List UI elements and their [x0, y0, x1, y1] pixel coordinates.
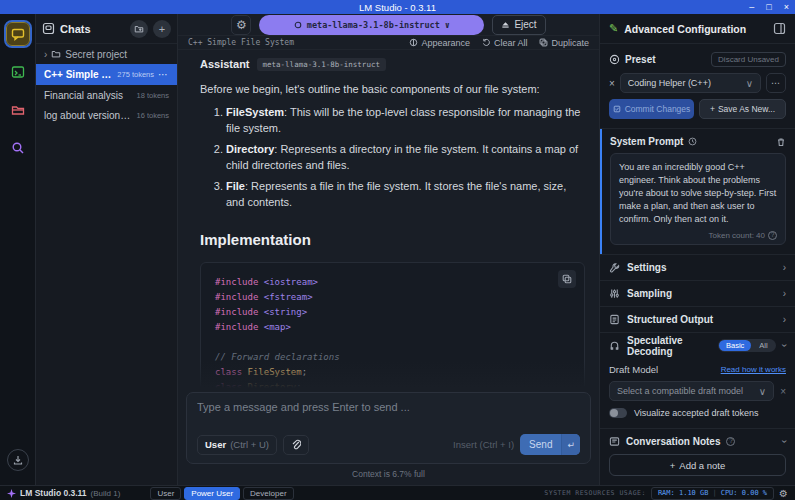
new-chat-button[interactable]: + — [153, 20, 171, 38]
sampling-section[interactable]: Sampling › — [600, 280, 795, 306]
chevron-right-icon: › — [44, 49, 47, 60]
speculative-decoding-section[interactable]: Speculative Decoding Basic All › — [600, 332, 795, 358]
new-folder-button[interactable] — [130, 20, 148, 38]
spec-mode-basic[interactable]: Basic — [719, 340, 751, 351]
preset-selected-value: Coding Helper (C++) — [628, 78, 742, 88]
copy-code-button[interactable] — [558, 270, 576, 288]
chats-panel: Chats + › Secret project C++ Simpl — [36, 14, 178, 485]
structured-output-label: Structured Output — [627, 314, 776, 325]
nav-discover-button[interactable] — [6, 136, 30, 160]
app-name: LM Studio 0.3.11 — [20, 488, 87, 498]
attach-file-button[interactable] — [283, 435, 309, 455]
draft-model-block: Draft Model Read how it works Select a c… — [600, 358, 795, 422]
settings-section[interactable]: Settings › — [600, 254, 795, 280]
preset-more-button[interactable]: ⋯ — [766, 73, 786, 93]
assistant-role-label: Assistant — [200, 58, 250, 70]
appearance-button[interactable]: Appearance — [409, 38, 470, 48]
chat-transcript[interactable]: Assistant meta-llama-3.1-8b-instruct Bef… — [178, 50, 599, 388]
duplicate-button[interactable]: Duplicate — [539, 38, 589, 48]
chat-more-icon[interactable]: ⋯ — [158, 69, 169, 80]
assistant-message-header: Assistant meta-llama-3.1-8b-instruct — [200, 58, 585, 71]
draft-model-placeholder: Select a compatible draft model — [617, 386, 755, 396]
chat-name: Financial analysis — [44, 90, 132, 101]
eject-model-button[interactable]: Eject — [492, 15, 545, 35]
chat-token-count: 275 tokens — [117, 70, 154, 79]
mode-power-user[interactable]: Power User — [184, 487, 240, 500]
nav-developer-button[interactable] — [6, 60, 30, 84]
preset-row: Preset Discard Unsaved — [600, 44, 795, 71]
list-item-term: Directory — [226, 143, 274, 155]
spec-mode-all[interactable]: All — [752, 340, 774, 351]
list-item-text: : Represents a file in the file system. … — [226, 180, 566, 208]
chevron-down-icon: ∨ — [746, 78, 753, 89]
visualize-tokens-switch[interactable] — [609, 408, 627, 418]
ram-usage: RAM: 1.10 GB — [658, 488, 709, 499]
clear-all-label: Clear All — [494, 38, 528, 48]
prompt-history-icon[interactable] — [688, 137, 697, 146]
read-how-it-works-link[interactable]: Read how it works — [721, 365, 786, 374]
close-icon[interactable]: × — [784, 3, 789, 12]
mode-developer[interactable]: Developer — [243, 487, 293, 500]
nav-models-button[interactable] — [6, 98, 30, 122]
system-prompt-section: System Prompt You are an incredibly good… — [600, 129, 795, 254]
chat-list-item[interactable]: log about version of ... 16 tokens — [36, 105, 177, 125]
draft-model-select[interactable]: Select a compatible draft model ∨ — [609, 381, 774, 401]
maximize-icon[interactable]: □ — [766, 3, 771, 12]
list-item-term: FileSystem — [226, 106, 284, 118]
loaded-model-selector[interactable]: meta-llama-3.1-8b-instruct ∨ — [259, 15, 484, 35]
list-item: Directory: Represents a directory in the… — [226, 142, 585, 174]
system-prompt-text[interactable]: You are an incredibly good C++ engineer.… — [619, 161, 777, 226]
user-mode-switcher: User Power User Developer — [150, 487, 293, 500]
save-as-new-button[interactable]: + Save As New... — [699, 99, 786, 119]
context-usage-status: Context is 6.7% full — [186, 464, 591, 485]
minimize-icon[interactable]: – — [749, 3, 754, 12]
speculative-decoding-icon — [609, 340, 620, 351]
preset-select-row: × Coding Helper (C++) ∨ ⋯ — [600, 71, 795, 97]
eject-icon — [501, 20, 510, 29]
resources-pill[interactable]: RAM: 1.10 GB | CPU: 0.00 % — [651, 487, 774, 500]
chats-folder-row[interactable]: › Secret project — [36, 44, 177, 64]
nav-chat-button[interactable] — [6, 22, 30, 46]
panel-header: ✎ Advanced Configuration — [600, 14, 795, 44]
model-settings-button[interactable]: ⚙ — [231, 15, 251, 35]
chat-list-item[interactable]: C++ Simple File System 275 tokens ⋯ — [36, 64, 177, 85]
folder-outline-icon — [51, 49, 61, 59]
appearance-label: Appearance — [421, 38, 470, 48]
add-note-button[interactable]: + Add a note — [609, 454, 786, 476]
discard-unsaved-button[interactable]: Discard Unsaved — [711, 52, 786, 67]
message-input-box[interactable]: User (Ctrl + U) Insert (Ctrl + I) — [186, 392, 591, 464]
titlebar: LM Studio - 0.3.11 – □ × — [0, 0, 795, 14]
preset-buttons: Commit Changes + Save As New... — [600, 97, 795, 128]
downloads-button[interactable] — [7, 449, 29, 471]
commit-changes-button[interactable]: Commit Changes — [609, 99, 694, 119]
role-toggle-button[interactable]: User (Ctrl + U) — [197, 435, 277, 455]
trash-icon[interactable] — [776, 137, 786, 147]
chat-list-item[interactable]: Financial analysis 18 tokens — [36, 85, 177, 105]
spec-mode-toggle[interactable]: Basic All — [718, 339, 776, 352]
clear-all-button[interactable]: Clear All — [482, 38, 528, 48]
app-version: LM Studio 0.3.11 (Build 1) — [7, 488, 120, 498]
clear-preset-icon[interactable]: × — [609, 78, 615, 89]
mode-user[interactable]: User — [150, 487, 181, 500]
window-controls: – □ × — [749, 0, 789, 14]
sampling-label: Sampling — [627, 288, 776, 299]
token-count: Token count: 40 — [709, 231, 765, 240]
eject-label: Eject — [514, 19, 536, 30]
gear-icon: ⚙ — [236, 18, 247, 32]
chevron-right-icon: › — [783, 288, 786, 299]
structured-output-section[interactable]: Structured Output › — [600, 306, 795, 332]
system-prompt-box[interactable]: You are an incredibly good C++ engineer.… — [610, 153, 786, 245]
speculative-decoding-label: Speculative Decoding — [627, 335, 711, 357]
toggle-panel-button[interactable] — [773, 22, 786, 35]
resources-label: SYSTEM RESOURCES USAGE: — [544, 489, 646, 497]
message-input[interactable] — [197, 401, 580, 413]
conversation-notes-header[interactable]: Conversation Notes ? › — [609, 436, 786, 447]
duplicate-label: Duplicate — [551, 38, 589, 48]
clear-draft-model-icon[interactable]: × — [780, 386, 786, 397]
send-button[interactable]: Send ↵ — [520, 434, 580, 455]
insert-hint[interactable]: Insert (Ctrl + I) — [453, 439, 514, 450]
statusbar-gear-icon[interactable]: ⚙ — [779, 488, 788, 499]
visualize-tokens-row[interactable]: Visualize accepted draft tokens — [609, 408, 786, 418]
chevron-down-icon: › — [779, 344, 790, 347]
preset-select[interactable]: Coding Helper (C++) ∨ — [620, 73, 761, 93]
